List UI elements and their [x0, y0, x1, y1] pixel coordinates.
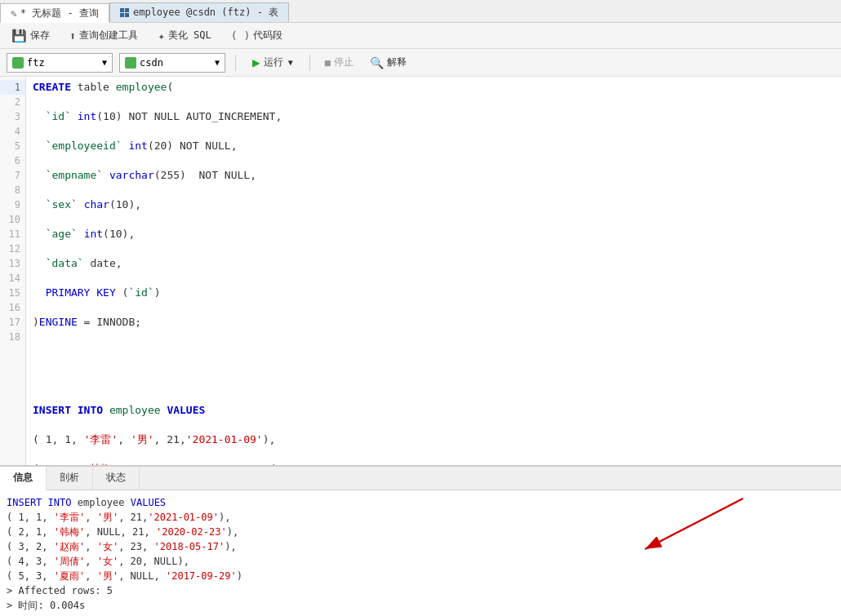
stop-icon: ■ — [325, 57, 331, 69]
output-line-5: ( 4, 3, '周倩', '女', 20, NULL), — [7, 556, 189, 567]
line-num-1: 1 — [0, 80, 25, 95]
output-line-4: ( 3, 2, '赵南', '女', 23, '2018-05-17'), — [7, 541, 237, 552]
query-tab-icon: ✎ — [11, 7, 17, 20]
main-toolbar: 💾 保存 ⬆ 查询创建工具 ✦ 美化 SQL ( ) 代码段 — [0, 23, 841, 49]
save-icon: 💾 — [11, 29, 27, 43]
code-line-1: CREATE table employee( — [33, 80, 834, 95]
tab-bar: ✎ * 无标题 - 查询 employee @csdn (ftz) - 表 — [0, 0, 841, 23]
conn1-icon — [12, 57, 24, 69]
code-snippet-icon: ( ) — [231, 29, 250, 42]
output-affected: > Affected rows: 5 — [7, 585, 113, 596]
output-text: INSERT INTO employee VALUES ( 1, 1, '李雷'… — [7, 495, 834, 613]
output-line-1: INSERT INTO employee VALUES — [7, 497, 166, 508]
line-num-17: 17 — [0, 315, 25, 330]
code-line-2: `id` int(10) NOT NULL AUTO_INCREMENT, — [33, 109, 834, 124]
bottom-content: INSERT INTO employee VALUES ( 1, 1, '李雷'… — [0, 490, 841, 616]
query-builder-label: 查询创建工具 — [79, 29, 138, 42]
conn-toolbar: ftz ▼ csdn ▼ ▶ 运行 ▼ ■ 停止 🔍 解释 — [0, 49, 841, 77]
toolbar-divider — [235, 55, 236, 71]
output-timing: > 时间: 0.004s — [7, 600, 85, 611]
code-line-8: PRIMARY KEY (`id`) — [33, 286, 834, 300]
code-line-7: `data` date, — [33, 256, 834, 271]
code-line-11 — [33, 374, 834, 388]
tab-table-label: employee @csdn (ftz) - 表 — [133, 6, 278, 20]
line-num-4: 4 — [0, 124, 25, 139]
code-content[interactable]: CREATE table employee( `id` int(10) NOT … — [26, 77, 841, 465]
conn-select-1[interactable]: ftz ▼ — [7, 53, 113, 73]
tab-info[interactable]: 信息 — [0, 467, 47, 490]
line-num-8: 8 — [0, 183, 25, 197]
output-line-6: ( 5, 3, '夏雨', '男', NULL, '2017-09-29') — [7, 570, 243, 582]
code-line-6: `age` int(10), — [33, 227, 834, 242]
line-num-2: 2 — [0, 95, 25, 109]
line-num-5: 5 — [0, 139, 25, 153]
line-num-15: 15 — [0, 286, 25, 300]
tab-profile[interactable]: 剖析 — [47, 467, 93, 490]
explain-icon: 🔍 — [370, 56, 384, 69]
query-builder-icon: ⬆ — [69, 29, 76, 42]
run-dropdown-icon: ▼ — [288, 58, 293, 67]
conn2-arrow-icon: ▼ — [215, 58, 220, 67]
conn2-label: csdn — [140, 57, 163, 69]
tab-query-label: * 无标题 - 查询 — [20, 7, 99, 20]
run-button[interactable]: ▶ 运行 ▼ — [246, 53, 300, 72]
tab-table[interactable]: employee @csdn (ftz) - 表 — [109, 2, 289, 22]
code-editor[interactable]: 1 2 3 4 5 6 7 8 9 10 11 12 13 14 15 16 1… — [0, 77, 841, 465]
tab-status[interactable]: 状态 — [93, 467, 140, 490]
code-line-5: `sex` char(10), — [33, 197, 834, 212]
code-line-4: `empname` varchar(255) NOT NULL, — [33, 168, 834, 183]
run-icon: ▶ — [252, 55, 260, 70]
tab-status-label: 状态 — [106, 472, 126, 483]
stop-button[interactable]: ■ 停止 — [320, 54, 358, 71]
beautify-button[interactable]: ✦ 美化 SQL — [153, 27, 216, 44]
stop-label: 停止 — [334, 55, 354, 69]
line-num-3: 3 — [0, 109, 25, 124]
code-line-3: `employeeid` int(20) NOT NULL, — [33, 139, 834, 153]
conn2-icon — [125, 57, 136, 69]
code-snippet-button[interactable]: ( ) 代码段 — [226, 27, 287, 44]
explain-button[interactable]: 🔍 解释 — [365, 54, 412, 71]
editor-area: 1 2 3 4 5 6 7 8 9 10 11 12 13 14 15 16 1… — [0, 77, 841, 465]
line-numbers: 1 2 3 4 5 6 7 8 9 10 11 12 13 14 15 16 1… — [0, 77, 26, 465]
code-line-13: ( 1, 1, '李雷', '男', 21,'2021-01-09'), — [33, 432, 834, 447]
line-num-18: 18 — [0, 330, 25, 344]
tab-profile-label: 剖析 — [60, 472, 79, 483]
code-line-12: INSERT INTO employee VALUES — [33, 403, 834, 418]
line-num-10: 10 — [0, 212, 25, 227]
code-line-10 — [33, 344, 834, 359]
code-line-9: )ENGINE = INNODB; — [33, 315, 834, 330]
tab-query[interactable]: ✎ * 无标题 - 查询 — [0, 3, 109, 23]
beautify-label: 美化 SQL — [168, 29, 211, 42]
line-num-16: 16 — [0, 300, 25, 315]
output-line-3: ( 2, 1, '韩梅', NULL, 21, '2020-02-23'), — [7, 526, 238, 538]
table-tab-icon — [120, 8, 130, 18]
bottom-panel: 信息 剖析 状态 INSERT INTO employee VALUES ( 1… — [0, 465, 841, 616]
toolbar-divider2 — [309, 55, 310, 71]
conn1-arrow-icon: ▼ — [102, 58, 107, 67]
conn-select-2[interactable]: csdn ▼ — [119, 53, 225, 73]
bottom-tabs: 信息 剖析 状态 — [0, 467, 841, 490]
line-num-14: 14 — [0, 271, 25, 286]
save-button[interactable]: 💾 保存 — [7, 27, 55, 45]
code-snippet-label: 代码段 — [253, 29, 283, 42]
run-label: 运行 — [264, 55, 283, 69]
line-num-13: 13 — [0, 256, 25, 271]
conn1-label: ftz — [27, 57, 45, 69]
line-num-7: 7 — [0, 168, 25, 183]
beautify-icon: ✦ — [158, 29, 164, 42]
line-num-11: 11 — [0, 227, 25, 242]
tab-info-label: 信息 — [13, 472, 33, 483]
query-builder-button[interactable]: ⬆ 查询创建工具 — [65, 27, 143, 44]
save-label: 保存 — [30, 29, 50, 42]
line-num-9: 9 — [0, 197, 25, 212]
line-num-6: 6 — [0, 153, 25, 168]
line-num-12: 12 — [0, 242, 25, 256]
output-line-2: ( 1, 1, '李雷', '男', 21,'2021-01-09'), — [7, 512, 230, 523]
explain-label: 解释 — [387, 55, 407, 69]
